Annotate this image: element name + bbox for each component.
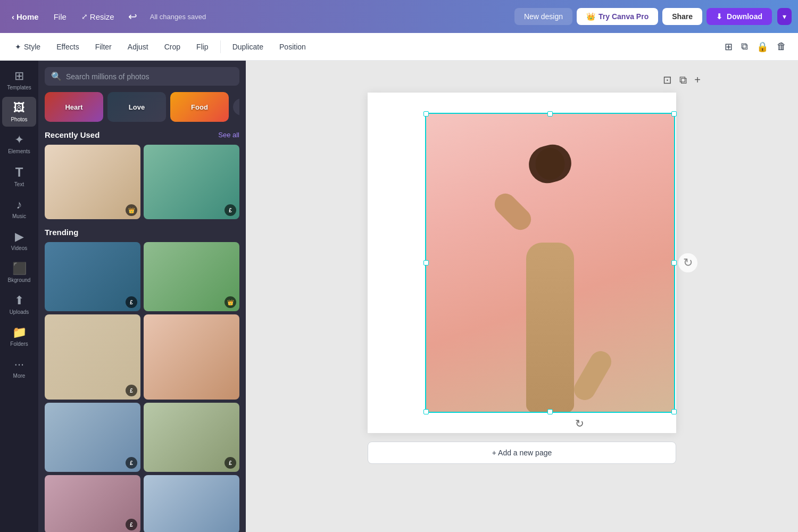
sidebar-item-uploads[interactable]: ⬆ Uploads — [2, 289, 36, 319]
folders-icon: 📁 — [12, 326, 27, 339]
lock-icon-button[interactable]: 🔒 — [753, 38, 771, 56]
photo-badge-pound-2: £ — [225, 204, 236, 216]
canvas-add-button[interactable]: + — [692, 71, 703, 88]
templates-icon: ⊞ — [14, 69, 24, 83]
add-page-button[interactable]: + Add a new page — [368, 442, 676, 464]
text-icon: T — [15, 165, 23, 180]
trending-badge-1: £ — [126, 296, 137, 308]
uploads-label: Uploads — [10, 309, 29, 315]
home-label: Home — [16, 12, 39, 21]
category-food[interactable]: Food — [170, 92, 229, 122]
sparkle-icon: ✦ — [15, 43, 21, 51]
filter-button[interactable]: Filter — [89, 39, 118, 54]
trending-badge-6: £ — [225, 457, 236, 469]
sidebar-item-text[interactable]: T Text — [2, 161, 36, 192]
chevron-down-icon: ▾ — [783, 12, 786, 21]
trending-photo-2[interactable]: 👑 — [144, 242, 239, 311]
download-button[interactable]: ⬇ Download — [706, 8, 772, 25]
undo-button[interactable]: ↩ — [124, 7, 142, 26]
icon-sidebar: ⊞ Templates 🖼 Photos ✦ Elements T Text ♪… — [0, 61, 38, 532]
effects-button[interactable]: Effects — [50, 39, 86, 54]
canvas-copy-button[interactable]: ⧉ — [677, 71, 689, 88]
sidebar-item-elements[interactable]: ✦ Elements — [2, 129, 36, 159]
trending-photo-6[interactable]: £ — [144, 403, 239, 472]
rotate-icon-right[interactable]: ↻ — [678, 253, 697, 272]
category-next-button[interactable]: › — [233, 98, 239, 115]
top-nav: ‹ Home File ⤢ Resize ↩ All changes saved… — [0, 0, 798, 33]
grid-icon-button[interactable]: ⊞ — [721, 38, 736, 56]
canvas-page: ↻ ↻ — [368, 93, 676, 433]
trending-badge-2: 👑 — [225, 296, 236, 308]
canvas-image[interactable] — [425, 113, 675, 413]
trending-header: Trending — [45, 228, 239, 237]
sidebar-item-videos[interactable]: ▶ Videos — [2, 226, 36, 255]
recently-used-photo-1[interactable]: 👑 — [45, 145, 140, 219]
more-icon: ··· — [14, 358, 24, 371]
category-heart[interactable]: Heart — [45, 92, 103, 122]
file-menu[interactable]: File — [48, 9, 72, 24]
chevron-left-icon: ‹ — [12, 12, 14, 21]
canvas-area: ⊡ ⧉ + — [246, 61, 798, 532]
trending-title: Trending — [45, 228, 78, 237]
sidebar-item-templates[interactable]: ⊞ Templates — [2, 65, 36, 95]
sidebar-item-more[interactable]: ··· More — [2, 353, 36, 383]
trending-photo-4[interactable] — [144, 314, 239, 400]
download-icon: ⬇ — [716, 12, 722, 21]
adjust-button[interactable]: Adjust — [121, 39, 155, 54]
music-label: Music — [12, 213, 26, 219]
home-button[interactable]: ‹ Home — [6, 9, 44, 24]
photos-panel: 🔍 Heart Love Food › Recently Use — [38, 61, 246, 532]
search-icon: 🔍 — [51, 71, 62, 81]
photos-icon: 🖼 — [13, 101, 25, 115]
position-button[interactable]: Position — [273, 39, 312, 54]
resize-button[interactable]: ⤢ Resize — [76, 9, 120, 24]
recently-used-grid: 👑 £ — [45, 145, 239, 219]
canvas-frame-button[interactable]: ⊡ — [661, 71, 674, 88]
more-label: More — [13, 373, 26, 379]
copy-icon-button[interactable]: ⧉ — [738, 38, 751, 55]
videos-icon: ▶ — [15, 230, 24, 244]
photos-label: Photos — [11, 117, 27, 122]
search-input[interactable] — [66, 72, 233, 81]
sidebar-item-photos[interactable]: 🖼 Photos — [2, 97, 36, 127]
resize-icon: ⤢ — [81, 12, 88, 21]
search-bar[interactable]: 🔍 — [45, 67, 239, 86]
crop-button[interactable]: Crop — [158, 39, 187, 54]
food-label: Food — [191, 103, 208, 111]
trending-photo-8[interactable] — [144, 475, 239, 532]
trending-photo-7[interactable]: £ — [45, 475, 140, 532]
new-design-button[interactable]: New design — [514, 8, 572, 25]
trending-photo-5[interactable]: £ — [45, 403, 140, 472]
style-button[interactable]: ✦ Style — [9, 39, 47, 54]
photo-badge-crown-1: 👑 — [126, 204, 137, 216]
try-pro-button[interactable]: 👑 Try Canva Pro — [577, 8, 658, 25]
music-icon: ♪ — [16, 198, 22, 212]
category-love[interactable]: Love — [107, 92, 166, 122]
trending-badge-5: £ — [126, 457, 137, 469]
crown-icon: 👑 — [586, 12, 595, 21]
sidebar-item-background[interactable]: ⬛ Bkground — [2, 257, 36, 287]
trending-photo-3[interactable]: £ — [45, 314, 140, 400]
background-icon: ⬛ — [12, 262, 27, 276]
toolbar: ✦ Style Effects Filter Adjust Crop Flip … — [0, 33, 798, 61]
sidebar-item-folders[interactable]: 📁 Folders — [2, 321, 36, 351]
text-label: Text — [14, 181, 24, 187]
templates-label: Templates — [7, 85, 31, 90]
uploads-icon: ⬆ — [14, 294, 24, 307]
sidebar-item-music[interactable]: ♪ Music — [2, 194, 36, 223]
rotate-handle[interactable]: ↻ — [575, 417, 584, 430]
share-button[interactable]: Share — [662, 8, 702, 25]
duplicate-button[interactable]: Duplicate — [226, 39, 270, 54]
toolbar-right: ⊞ ⧉ 🔒 🗑 — [721, 38, 789, 56]
trending-photo-1[interactable]: £ — [45, 242, 140, 311]
toolbar-separator — [220, 40, 221, 53]
flip-button[interactable]: Flip — [190, 39, 215, 54]
love-label: Love — [129, 103, 145, 111]
canvas-top-controls: ⊡ ⧉ + — [341, 71, 703, 88]
delete-icon-button[interactable]: 🗑 — [774, 38, 789, 55]
see-all-button[interactable]: See all — [218, 131, 239, 139]
trending-grid: £ 👑 £ £ £ £ — [45, 242, 239, 532]
saved-status: All changes saved — [150, 13, 510, 21]
recently-used-photo-2[interactable]: £ — [144, 145, 239, 219]
download-chevron-button[interactable]: ▾ — [777, 8, 792, 25]
